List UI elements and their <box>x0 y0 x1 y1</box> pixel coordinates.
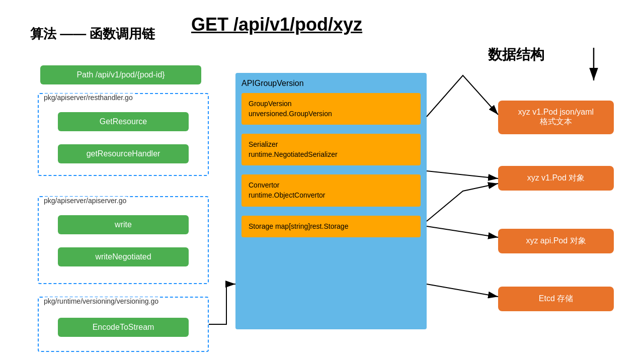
group-version-item: GroupVersion unversioned.GroupVersion <box>242 93 421 125</box>
data-section-label: 数据结构 <box>488 45 544 64</box>
apiserver-label: pkg/apiserver/apiserver.go <box>43 197 127 205</box>
write-btn[interactable]: write <box>58 215 189 234</box>
encode-to-stream-btn[interactable]: EncodeToStream <box>58 318 189 337</box>
resthandler-label: pkg/apiserver/resthandler.go <box>43 94 134 102</box>
storage-item: Storage map[string]rest.Storage <box>242 216 421 238</box>
convertor-item: Convertor runtime.ObjectConvertor <box>242 174 421 206</box>
data-item-3: Etcd 存储 <box>498 287 614 311</box>
api-group-version-label: APIGroupVersion <box>242 79 421 88</box>
versioning-box: pkg/runtime/versioning/versioning.go Enc… <box>38 297 209 352</box>
get-resource-handler-btn[interactable]: getResourceHandler <box>58 144 189 163</box>
algo-section-label: 算法 —— 函数调用链 <box>30 25 155 43</box>
data-item-1: xyz v1.Pod 对象 <box>498 166 614 191</box>
page-title: GET /api/v1/pod/xyz <box>191 14 362 35</box>
write-negotiated-btn[interactable]: writeNegotiated <box>58 247 189 266</box>
data-item-0: xyz v1.Pod json/yaml 格式文本 <box>498 101 614 134</box>
path-button: Path /api/v1/pod/{pod-id} <box>40 65 201 84</box>
api-group-version-box: APIGroupVersion GroupVersion unversioned… <box>235 73 427 329</box>
versioning-label: pkg/runtime/versioning/versioning.go <box>43 297 159 305</box>
serializer-item: Serializer runtime.NegotiatedSerializer <box>242 134 421 165</box>
apiserver-box: pkg/apiserver/apiserver.go write writeNe… <box>38 196 209 284</box>
resthandler-box: pkg/apiserver/resthandler.go GetResource… <box>38 93 209 176</box>
data-item-2: xyz api.Pod 对象 <box>498 229 614 253</box>
get-resource-btn[interactable]: GetResource <box>58 112 189 131</box>
